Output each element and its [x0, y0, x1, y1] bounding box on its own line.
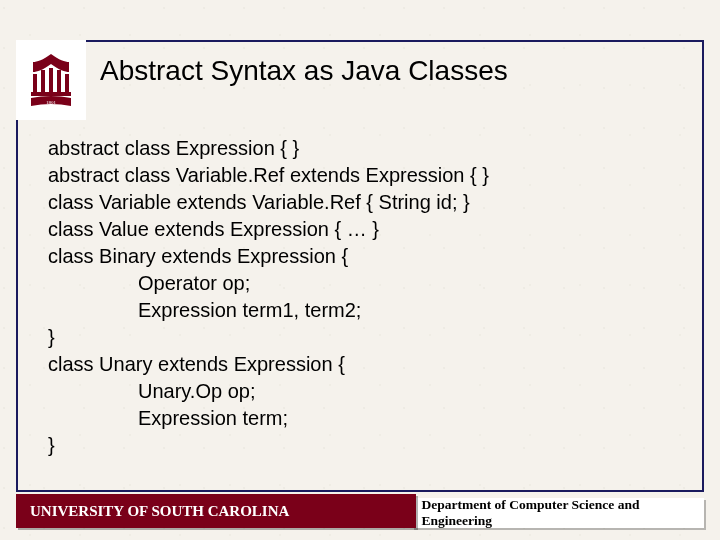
code-line: Operator op; [48, 270, 690, 297]
code-block: abstract class Expression { } abstract c… [48, 135, 690, 459]
footer: UNIVERSITY OF SOUTH CAROLINA Department … [16, 494, 704, 528]
code-line: Unary.Op op; [48, 378, 690, 405]
code-line: class Unary extends Expression { [48, 351, 690, 378]
code-line: abstract class Variable.Ref extends Expr… [48, 162, 690, 189]
code-line: Expression term; [48, 405, 690, 432]
slide-title: Abstract Syntax as Java Classes [100, 55, 690, 87]
university-logo: 1801 [16, 40, 86, 120]
footer-department: Department of Computer Science and Engin… [412, 498, 704, 528]
svg-rect-0 [31, 92, 71, 96]
code-line: abstract class Expression { } [48, 135, 690, 162]
footer-university: UNIVERSITY OF SOUTH CAROLINA [16, 494, 416, 528]
code-line: class Variable extends Variable.Ref { St… [48, 189, 690, 216]
code-line: class Value extends Expression { … } [48, 216, 690, 243]
code-line: } [48, 432, 690, 459]
code-line: } [48, 324, 690, 351]
code-line: Expression term1, term2; [48, 297, 690, 324]
svg-text:1801: 1801 [46, 100, 57, 105]
code-line: class Binary extends Expression { [48, 243, 690, 270]
